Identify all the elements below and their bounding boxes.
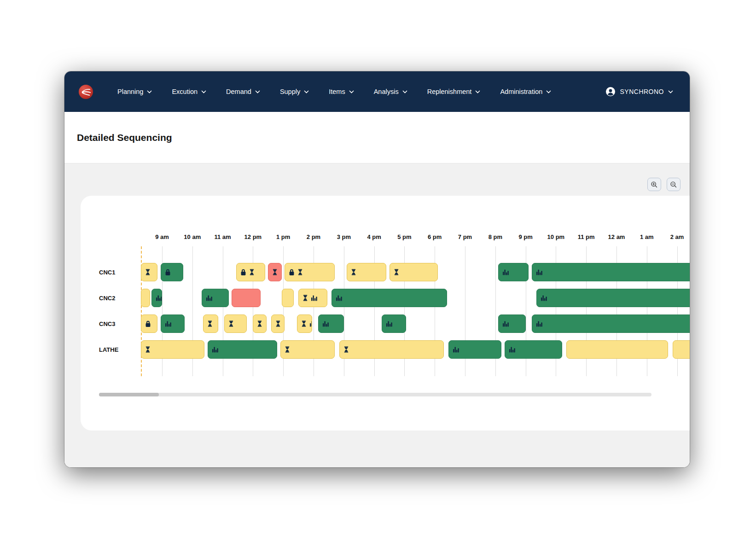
nav-item-label: Planning — [117, 88, 143, 95]
nav-item-excution[interactable]: Excution — [172, 88, 206, 95]
chart-icon — [536, 269, 543, 275]
chevron-down-icon — [546, 90, 551, 93]
chart-icon — [156, 295, 162, 301]
chart-icon — [536, 320, 543, 327]
chart-icon — [386, 320, 393, 327]
row-label-cnc3: CNC3 — [99, 320, 115, 327]
gantt-bar-cnc2-3[interactable] — [202, 289, 229, 307]
zoom-controls — [647, 178, 680, 191]
hourglass-icon — [249, 268, 255, 276]
hourglass-icon — [301, 320, 307, 327]
gantt-bar-cnc1-8[interactable] — [498, 263, 529, 281]
nav-item-analysis[interactable]: Analysis — [374, 88, 407, 95]
hourglass-icon — [275, 320, 281, 327]
horizontal-scrollbar[interactable] — [99, 393, 651, 396]
hourglass-icon — [207, 320, 213, 327]
chevron-down-icon — [668, 90, 673, 93]
app-logo[interactable] — [78, 84, 93, 99]
gantt-bar-cnc3-11[interactable] — [532, 314, 690, 333]
chevron-down-icon — [147, 90, 152, 93]
zoom-out-button[interactable] — [667, 178, 680, 191]
gantt-bar-lathe-1[interactable] — [141, 340, 204, 359]
chart-icon — [453, 346, 460, 353]
gantt-bar-cnc3-1[interactable] — [141, 314, 157, 333]
gantt-bar-cnc1-2[interactable] — [161, 263, 183, 281]
chart-icon — [322, 320, 330, 327]
gantt-bar-lathe-4[interactable] — [339, 340, 444, 359]
nav-item-label: Items — [329, 88, 345, 95]
gantt-bar-lathe-8[interactable] — [673, 340, 690, 359]
gantt-bar-cnc1-6[interactable] — [347, 263, 386, 281]
chart-icon — [311, 295, 318, 301]
nav-menu: PlanningExcutionDemandSupplyItemsAnalysi… — [117, 88, 551, 95]
time-axis-label: 8 pm — [482, 233, 509, 240]
gantt-bar-cnc1-7[interactable] — [390, 263, 438, 281]
gantt-bar-cnc2-1[interactable] — [141, 289, 150, 307]
nav-item-supply[interactable]: Supply — [280, 88, 309, 95]
gantt-bar-cnc2-5[interactable] — [282, 289, 294, 307]
gantt-bar-cnc2-7[interactable] — [331, 289, 447, 307]
time-axis-label: 12 pm — [239, 233, 267, 240]
nav-item-planning[interactable]: Planning — [117, 88, 152, 95]
time-axis-label: 1 am — [633, 233, 661, 240]
lock-icon — [145, 320, 151, 327]
gantt-bar-cnc3-8[interactable] — [318, 314, 344, 333]
hourglass-icon — [351, 268, 356, 276]
time-axis-label: 11 pm — [572, 233, 600, 240]
hourglass-icon — [394, 268, 399, 276]
chevron-down-icon — [201, 90, 206, 93]
gantt-bar-cnc2-8[interactable] — [536, 289, 690, 307]
gantt-bar-cnc2-4[interactable] — [232, 289, 261, 307]
user-avatar-icon — [605, 87, 616, 97]
nav-item-replenishment[interactable]: Replenishment — [427, 88, 481, 95]
hourglass-icon — [343, 346, 349, 353]
top-navbar: PlanningExcutionDemandSupplyItemsAnalysi… — [64, 71, 690, 112]
time-axis-label: 6 pm — [421, 233, 448, 240]
chart-icon — [165, 320, 172, 327]
gantt-bar-cnc2-6[interactable] — [298, 289, 327, 307]
user-menu[interactable]: SYNCHRONO — [605, 87, 673, 97]
gantt-bar-cnc3-3[interactable] — [203, 314, 218, 333]
gantt-bar-cnc1-1[interactable] — [141, 263, 157, 281]
gantt-bar-cnc3-6[interactable] — [271, 314, 285, 333]
time-axis-label: 11 am — [209, 233, 237, 240]
zoom-in-button[interactable] — [647, 178, 661, 191]
time-axis-label: 1 pm — [269, 233, 297, 240]
chart-icon — [541, 295, 548, 301]
gantt-bar-lathe-2[interactable] — [208, 340, 277, 359]
nav-item-demand[interactable]: Demand — [226, 88, 260, 95]
chevron-down-icon — [349, 90, 354, 93]
hourglass-icon — [285, 346, 290, 353]
row-label-cnc2: CNC2 — [99, 295, 115, 302]
gantt-bar-cnc3-10[interactable] — [498, 314, 525, 333]
gantt-bar-lathe-3[interactable] — [280, 340, 335, 359]
time-axis-label: 2 am — [663, 233, 690, 240]
time-axis-label: 12 am — [603, 233, 630, 240]
gantt-bar-lathe-6[interactable] — [505, 340, 562, 359]
time-axis-label: 10 am — [179, 233, 206, 240]
gantt-bar-cnc3-2[interactable] — [161, 314, 185, 333]
nav-item-label: Administration — [500, 88, 542, 95]
lock-icon — [165, 269, 171, 276]
synchrono-logo-icon — [78, 84, 93, 99]
gantt-bar-cnc1-4[interactable] — [268, 263, 282, 281]
scrollbar-thumb[interactable] — [99, 393, 159, 396]
gantt-bar-cnc3-9[interactable] — [382, 314, 406, 333]
chart-icon — [509, 346, 516, 353]
gantt-bar-cnc2-2[interactable] — [151, 289, 162, 307]
gantt-bar-cnc3-7[interactable] — [297, 314, 312, 333]
gantt-bar-cnc1-9[interactable] — [532, 263, 690, 281]
nav-item-administration[interactable]: Administration — [500, 88, 551, 95]
hourglass-icon — [145, 268, 151, 276]
gantt-bar-cnc1-5[interactable] — [285, 263, 335, 281]
time-axis-label: 3 pm — [330, 233, 358, 240]
nav-item-label: Analysis — [374, 88, 399, 95]
gantt-bar-lathe-7[interactable] — [566, 340, 668, 359]
gantt-bar-cnc3-5[interactable] — [253, 314, 267, 333]
gantt-bar-lathe-5[interactable] — [448, 340, 501, 359]
gantt-bar-cnc3-4[interactable] — [224, 314, 247, 333]
nav-item-items[interactable]: Items — [329, 88, 354, 95]
magnifier-minus-icon — [670, 181, 677, 188]
gantt-bar-cnc1-3[interactable] — [236, 263, 265, 281]
chevron-down-icon — [255, 90, 260, 93]
